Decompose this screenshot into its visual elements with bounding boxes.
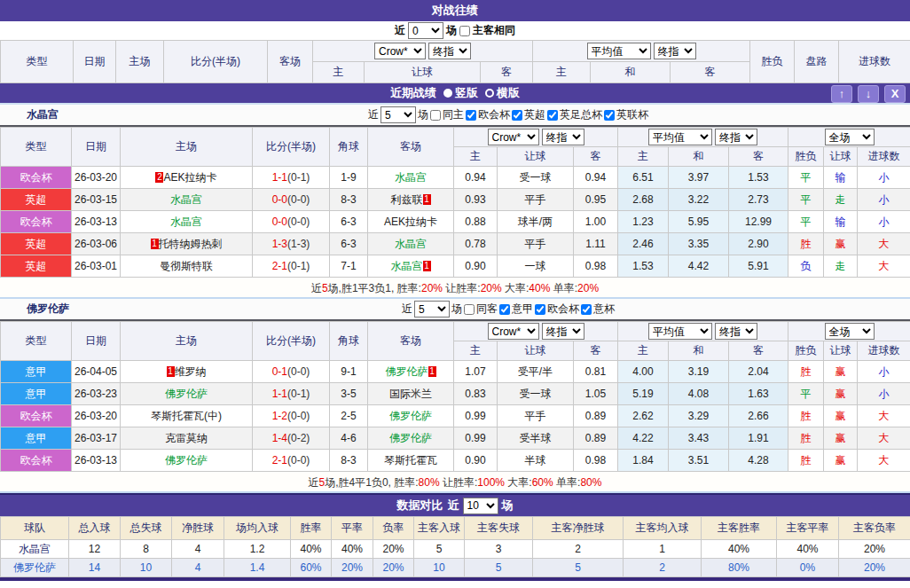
- avg-group-header: 平均值 终指: [533, 41, 750, 62]
- move-down-button[interactable]: ↓: [858, 85, 879, 103]
- score-cell: 1-3(1-3): [253, 233, 330, 255]
- col-goals: 进球数: [858, 341, 910, 361]
- odds-home-cell: 0.90: [454, 450, 498, 472]
- col-result: 胜负: [750, 41, 795, 83]
- full-match-group-header: 全场: [788, 322, 910, 341]
- col-type: 类型: [1, 128, 72, 167]
- horizontal-radio[interactable]: [485, 89, 494, 98]
- handicap-cell: 受半球: [498, 427, 574, 450]
- competition-cell: 意甲: [1, 383, 72, 405]
- final-odds-select[interactable]: 终指: [542, 129, 584, 145]
- home-team-name: 琴斯托霍瓦(中): [151, 410, 222, 422]
- same-venue-checkbox[interactable]: [430, 110, 441, 121]
- competition-filter-checkbox[interactable]: [604, 110, 615, 121]
- avg-away-cell: 4.28: [729, 450, 788, 472]
- avg-away-cell: 2.04: [729, 361, 788, 383]
- avg-final-select[interactable]: 终指: [654, 43, 696, 59]
- bookmaker-select[interactable]: Crow*: [488, 129, 539, 145]
- competition-filter-checkbox[interactable]: [547, 110, 558, 121]
- handicap-cell: 受平/半: [498, 361, 574, 383]
- home-team-cell: 佛罗伦萨: [121, 450, 253, 472]
- horizontal-label: 横版: [497, 85, 520, 101]
- team-section: 佛罗伦萨近5场同客意甲欧会杯意杯类型日期主场比分(半场)角球客场Crow*终指平…: [0, 299, 910, 493]
- comparison-value-cell: 14: [69, 559, 121, 577]
- final-odds-select[interactable]: 终指: [428, 43, 471, 59]
- away-team-cell: 水晶宫: [368, 167, 454, 189]
- close-button[interactable]: X: [884, 85, 906, 103]
- summary-segment: 20%: [577, 282, 599, 294]
- avg-group-header: 平均值终指: [618, 128, 788, 147]
- home-team-cell: 琴斯托霍瓦(中): [121, 405, 253, 427]
- odds-home-cell: 0.88: [454, 211, 498, 233]
- competition-filter-checkbox[interactable]: [535, 304, 545, 315]
- date-cell: 26-03-23: [72, 383, 121, 405]
- away-team-name: 国际米兰: [389, 388, 432, 400]
- handicap-result-cell: 赢: [824, 427, 858, 450]
- vertical-radio[interactable]: [443, 89, 452, 98]
- competition-filter-checkbox[interactable]: [512, 110, 522, 121]
- odds-away-cell: 0.98: [574, 255, 618, 278]
- competition-filter-checkbox[interactable]: [499, 304, 510, 315]
- col-odds-home: 主: [454, 341, 498, 361]
- avg-final-select[interactable]: 终指: [715, 323, 757, 340]
- same-home-away-checkbox[interactable]: [459, 26, 470, 36]
- comparison-team-cell: 水晶宫: [1, 540, 69, 559]
- team-recent-count-select[interactable]: 5: [414, 301, 450, 318]
- date-cell: 26-03-17: [72, 427, 121, 450]
- odds-away-cell: 1.00: [574, 211, 618, 233]
- comparison-value-cell: 0%: [777, 559, 839, 577]
- move-up-button[interactable]: ↑: [831, 85, 852, 103]
- final-odds-select[interactable]: 终指: [542, 323, 584, 340]
- recent-label: 近: [368, 107, 379, 122]
- summary-segment: 近: [311, 282, 322, 294]
- average-select[interactable]: 平均值: [648, 129, 712, 145]
- bookmaker-select[interactable]: Crow*: [488, 323, 539, 340]
- fulltime-score: 1-1: [272, 388, 287, 400]
- avg-home-cell: 6.51: [618, 167, 669, 189]
- summary-segment: 60%: [532, 476, 553, 489]
- competition-filter-label: 意甲: [512, 302, 533, 317]
- red-card-badge: 1: [423, 261, 431, 271]
- competition-filter-checkbox[interactable]: [466, 110, 476, 121]
- avg-final-select[interactable]: 终指: [715, 129, 757, 145]
- corner-cell: 2-5: [330, 405, 368, 427]
- competition-filter-checkbox[interactable]: [581, 304, 592, 315]
- avg-away-cell: 2.73: [729, 189, 788, 211]
- halftime-score: (1-3): [287, 238, 310, 250]
- bookmaker-select[interactable]: Crow*: [374, 43, 426, 59]
- competition-filter-label: 英超: [524, 107, 545, 122]
- red-card-badge: 1: [167, 366, 175, 377]
- odds-home-cell: 0.90: [454, 255, 498, 278]
- h2h-recent-count-select[interactable]: 0: [408, 22, 443, 39]
- col-odds-handicap: 让球: [498, 147, 574, 167]
- bar-buttons: ↑ ↓ X: [831, 85, 906, 103]
- avg-away-cell: 1.53: [729, 167, 788, 189]
- home-team-name: 维罗纳: [175, 365, 207, 378]
- h2h-controls: 近 0 场 主客相同: [0, 21, 910, 40]
- odds-group-header: Crow* 终指: [313, 41, 533, 62]
- result-cell: 胜: [788, 233, 824, 255]
- goals-result-cell: 大: [858, 255, 910, 278]
- col-score: 比分(半场): [253, 322, 330, 361]
- average-select[interactable]: 平均值: [648, 323, 712, 340]
- odds-away-cell: 0.81: [574, 361, 618, 383]
- col-avg-away: 客: [671, 62, 750, 83]
- result-cell: 平: [788, 211, 824, 233]
- halftime-score: (0-1): [287, 171, 310, 184]
- handicap-cell: 受一球: [498, 383, 574, 405]
- handicap-result-cell: 赢: [824, 405, 858, 427]
- same-venue-checkbox[interactable]: [464, 304, 475, 315]
- col-avg-home: 主: [618, 341, 669, 361]
- away-team-name: 琴斯托霍瓦: [384, 454, 437, 466]
- away-team-cell: AEK拉纳卡: [368, 211, 454, 233]
- team-header: 水晶宫近5场同主欧会杯英超英足总杯英联杯: [0, 105, 910, 127]
- competition-filter-label: 英联杯: [616, 107, 648, 122]
- full-match-select[interactable]: 全场: [825, 323, 875, 340]
- average-select[interactable]: 平均值: [587, 43, 651, 59]
- comparison-table: 球队总入球总失球净胜球场均入球胜率平率负率主客入球主客失球主客净胜球主客均入球主…: [0, 516, 910, 577]
- team-recent-count-select[interactable]: 5: [380, 106, 416, 123]
- halftime-score: (0-0): [287, 410, 310, 422]
- full-match-select[interactable]: 全场: [825, 129, 875, 145]
- comparison-recent-count-select[interactable]: 10: [463, 498, 498, 514]
- away-team-cell: 琴斯托霍瓦: [368, 450, 454, 472]
